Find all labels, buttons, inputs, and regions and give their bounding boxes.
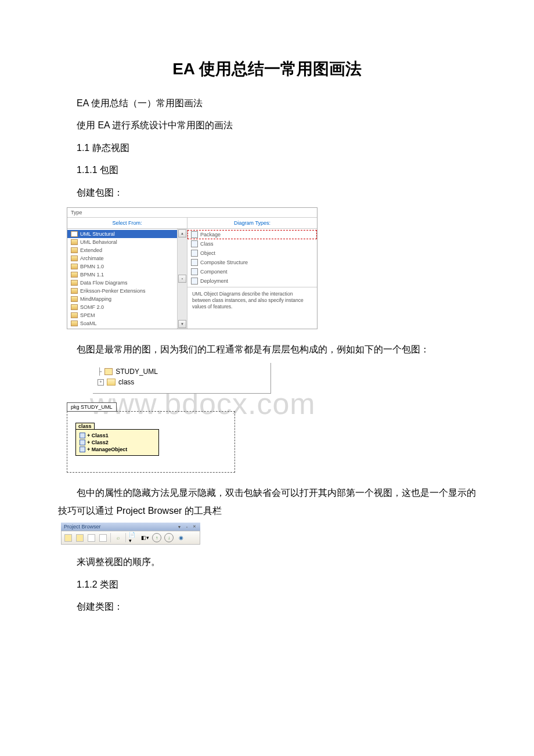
list-item[interactable]: Eriksson-Penker Extensions [67, 287, 177, 295]
list-label: Object [200, 250, 215, 256]
tree-row[interactable]: + class [98, 377, 266, 387]
folder-icon [71, 304, 78, 310]
list-item[interactable]: BPMN 1.0 [67, 262, 177, 271]
help-icon[interactable]: ◉ [176, 534, 185, 542]
folder-icon [71, 247, 78, 253]
pin-icon[interactable]: ▫ [184, 524, 190, 530]
list-item[interactable]: Deployment [187, 276, 317, 286]
scroll-down-icon[interactable]: ▼ [178, 320, 186, 328]
scrollbar[interactable]: ▲ ▪ ▼ [177, 229, 187, 329]
new-model-icon[interactable] [64, 534, 73, 542]
class-icon [80, 447, 85, 452]
diagram-types-list[interactable]: Package Class Object Composite Structure… [187, 229, 317, 287]
list-label: Data Flow Diagrams [80, 280, 128, 286]
tree-label: STUDY_UML [116, 368, 158, 376]
heading: 1.1.1 包图 [58, 161, 476, 179]
dropdown-icon[interactable]: ▼ [176, 524, 182, 530]
pkg-class-row: + ManageObject [80, 446, 155, 453]
pkg-class-row: + Class1 [80, 432, 155, 439]
list-item[interactable]: BPMN 1.1 [67, 271, 177, 279]
class-icon [80, 433, 85, 438]
list-item[interactable]: SoaML [67, 319, 177, 327]
move-down-icon[interactable]: ↓ [164, 533, 174, 542]
separator [110, 533, 111, 542]
folder-icon [71, 239, 78, 245]
list-label: Archimate [80, 255, 104, 261]
list-label: Component [200, 269, 228, 275]
new-element-icon[interactable] [99, 534, 107, 542]
list-label: Class [200, 241, 214, 247]
folder-icon [71, 255, 78, 261]
list-item[interactable]: Class [187, 239, 317, 249]
list-item[interactable]: Data Flow Diagrams [67, 279, 177, 287]
class-icon [191, 240, 198, 247]
object-icon [191, 250, 198, 257]
folder-icon [71, 312, 78, 318]
folder-icon [71, 280, 78, 286]
tree-row[interactable]: ├ STUDY_UML [98, 366, 266, 377]
folder-icon [71, 288, 78, 294]
list-item[interactable]: UML Structural [67, 230, 177, 238]
select-from-header: Select From: [67, 218, 187, 229]
class-label: + Class1 [87, 433, 109, 438]
toolbar-title-bar: Project Browser ▼ ▫ ✕ [61, 523, 200, 531]
close-icon[interactable]: ✕ [192, 524, 197, 530]
paragraph: 包图是最常用的图，因为我们的工程通常都是有层层包构成的，例如如下的一个包图： [58, 341, 476, 358]
class-icon [80, 440, 85, 445]
class-label: + ManageObject [87, 447, 127, 452]
list-item[interactable]: Archimate [67, 254, 177, 262]
list-label: SPEM [80, 312, 95, 318]
new-diagram-dialog: Type Select From: UML Structural UML Beh… [67, 207, 317, 329]
project-browser-toolbar: Project Browser ▼ ▫ ✕ ⌕ 📄▾ ◧▾ ↑ ↓ ◉ [61, 523, 200, 545]
settings-dropdown-icon[interactable]: ◧▾ [140, 534, 149, 542]
doc-dropdown-icon[interactable]: 📄▾ [129, 534, 138, 542]
list-item[interactable]: SOMF 2.0 [67, 303, 177, 311]
list-item[interactable]: SPEM [67, 311, 177, 319]
list-label: BPMN 1.1 [80, 272, 104, 278]
toolbar-strip: ⌕ 📄▾ ◧▾ ↑ ↓ ◉ [61, 531, 200, 545]
tree-line-icon: ├ [98, 368, 102, 376]
tree-label: class [118, 378, 134, 386]
new-diagram-icon[interactable] [87, 534, 96, 542]
folder-icon [71, 321, 78, 326]
folder-icon [107, 379, 116, 386]
list-item[interactable]: Package [187, 230, 317, 239]
list-label: BPMN 1.0 [80, 264, 104, 269]
folder-icon [71, 231, 78, 237]
paragraph: 包中的属性的隐藏方法见显示隐藏，双击包缺省会可以打开其内部第一个视图，这也是一个… [58, 484, 476, 520]
list-label: SOMF 2.0 [80, 304, 104, 310]
expand-icon[interactable]: + [98, 379, 104, 386]
diagram-icon [104, 368, 113, 375]
heading: 1.1 静态视图 [58, 139, 476, 157]
list-item[interactable]: Component [187, 267, 317, 276]
list-item[interactable]: Composite Structure [187, 258, 317, 267]
scroll-up-icon[interactable]: ▲ [178, 229, 186, 237]
pkg-class-row: + Class2 [80, 439, 155, 446]
list-item[interactable]: Extended [67, 246, 177, 254]
paragraph: 使用 EA 进行系统设计中常用图的画法 [58, 117, 476, 134]
project-tree[interactable]: ├ STUDY_UML + class [93, 363, 271, 394]
scroll-mid-icon[interactable]: ▪ [178, 275, 186, 283]
list-label: UML Behavioral [80, 239, 117, 245]
pkg-inner-body: + Class1 + Class2 + ManageObject [75, 429, 159, 456]
list-item[interactable]: UML Behavioral [67, 238, 177, 246]
list-item[interactable]: MindMapping [67, 295, 177, 303]
toolbar-title-label: Project Browser [64, 524, 101, 530]
page-title: EA 使用总结一常用图画法 [58, 58, 476, 80]
paragraph: EA 使用总结（一）常用图画法 [58, 95, 476, 112]
select-from-list[interactable]: UML Structural UML Behavioral Extended A… [67, 229, 177, 329]
pkg-inner-label: class [75, 423, 95, 430]
heading: 1.1.2 类图 [58, 576, 476, 593]
separator [125, 533, 126, 542]
search-icon[interactable]: ⌕ [114, 534, 122, 542]
paragraph: 创建包图： [58, 184, 476, 201]
new-package-icon[interactable] [75, 534, 84, 542]
list-item[interactable]: Object [187, 249, 317, 258]
list-label: MindMapping [80, 296, 111, 302]
move-up-icon[interactable]: ↑ [152, 533, 161, 542]
list-label: Eriksson-Penker Extensions [80, 288, 146, 294]
list-label: SoaML [80, 321, 97, 326]
pkg-outer-label: pkg STUDY_UML [67, 402, 117, 412]
component-icon [191, 268, 198, 275]
paragraph: 来调整视图的顺序。 [58, 553, 476, 571]
